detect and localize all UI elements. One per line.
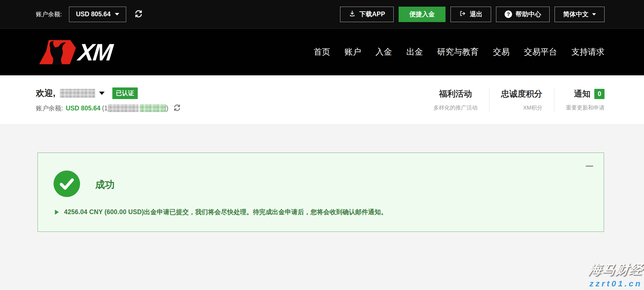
loyalty-title: 忠诚度积分 xyxy=(501,88,542,100)
promotions-title: 福利活动 xyxy=(433,88,478,100)
nav-item-trading[interactable]: 交易 xyxy=(493,46,510,58)
collapse-alert-button[interactable] xyxy=(586,166,593,167)
question-circle-icon: ? xyxy=(505,10,512,18)
nav-item-research-education[interactable]: 研究与教育 xyxy=(437,46,479,58)
welcome-quick-links: 福利活动 多样化的推广活动 忠诚度积分 XM积分 通知 0 重要更新和申请 xyxy=(422,88,605,111)
xm-logo[interactable]: XM xyxy=(36,37,112,68)
promotions-subtitle: 多样化的推广活动 xyxy=(433,104,478,111)
chevron-down-icon xyxy=(115,13,119,15)
paren-open: (1 xyxy=(102,105,108,112)
logout-icon xyxy=(459,10,466,19)
redacted-username xyxy=(60,89,95,98)
nav-item-support[interactable]: 支持请求 xyxy=(571,46,605,58)
quick-deposit-label: 便捷入金 xyxy=(409,10,435,18)
top-utility-bar: 账户余额: USD 805.64 下载APP 便捷入金 xyxy=(0,0,644,29)
balance-value: USD 805.64 xyxy=(66,105,100,112)
help-center-label: 帮助中心 xyxy=(516,10,541,18)
quick-deposit-button[interactable]: 便捷入金 xyxy=(399,7,446,22)
nav-item-home[interactable]: 首页 xyxy=(314,46,330,58)
account-balance-value: USD 805.64 xyxy=(76,10,110,18)
checkmark-circle-icon xyxy=(54,171,80,197)
help-center-button[interactable]: ? 帮助中心 xyxy=(496,7,550,22)
download-icon xyxy=(349,10,356,19)
language-label: 简体中文 xyxy=(563,10,589,18)
xm-logo-text: XM xyxy=(77,40,113,64)
nav-menu: 首页 账户 入金 出金 研究与教育 交易 交易平台 支持请求 xyxy=(314,46,605,58)
notifications-title: 通知 xyxy=(574,88,590,100)
refresh-account-button[interactable] xyxy=(173,104,181,112)
logout-button[interactable]: 退出 xyxy=(450,7,491,22)
welcome-left: 欢迎, 已认证 账户余额: USD 805.64 (1 ) xyxy=(36,87,181,113)
refresh-balance-button[interactable] xyxy=(134,10,143,19)
play-triangle-icon xyxy=(55,210,59,215)
topbar-balance-label: 账户余额: xyxy=(36,10,62,18)
nav-item-withdraw[interactable]: 出金 xyxy=(406,46,423,58)
loyalty-subtitle: XM积分 xyxy=(501,104,542,111)
loyalty-points-link[interactable]: 忠诚度积分 XM积分 xyxy=(489,88,554,111)
paren-close: ) xyxy=(166,105,168,112)
nav-item-deposit[interactable]: 入金 xyxy=(375,46,392,58)
refresh-icon xyxy=(173,104,181,112)
welcome-strip: 欢迎, 已认证 账户余额: USD 805.64 (1 ) xyxy=(0,75,644,125)
notifications-subtitle: 重要更新和申请 xyxy=(566,104,605,111)
topbar-actions: 下载APP 便捷入金 退出 ? 帮助中心 简体中文 xyxy=(340,7,605,22)
success-alert: 成功 4256.04 CNY (600.00 USD)出金申请已提交，我们将会尽… xyxy=(38,153,604,232)
nav-item-account[interactable]: 账户 xyxy=(344,46,361,58)
main-content: 成功 4256.04 CNY (600.00 USD)出金申请已提交，我们将会尽… xyxy=(0,125,644,290)
logout-label: 退出 xyxy=(470,10,483,18)
notifications-count-badge: 0 xyxy=(594,89,605,99)
main-nav-bar: XM 首页 账户 入金 出金 研究与教育 交易 交易平台 支持请求 xyxy=(0,29,644,75)
redacted-account-number xyxy=(108,104,139,112)
download-app-label: 下载APP xyxy=(359,10,385,18)
download-app-button[interactable]: 下载APP xyxy=(340,7,394,22)
alert-title: 成功 xyxy=(95,178,115,191)
nav-item-platforms[interactable]: 交易平台 xyxy=(524,46,557,58)
promotions-link[interactable]: 福利活动 多样化的推广活动 xyxy=(422,88,489,111)
notifications-link[interactable]: 通知 0 重要更新和申请 xyxy=(554,88,605,111)
chevron-down-icon xyxy=(592,13,596,15)
alert-message: 4256.04 CNY (600.00 USD)出金申请已提交，我们将会尽快处理… xyxy=(64,208,387,216)
greeting-text: 欢迎, xyxy=(36,87,55,99)
refresh-icon xyxy=(134,10,143,19)
balance-label: 账户余额: xyxy=(36,104,63,113)
redacted-account-type xyxy=(140,104,166,112)
account-balance-dropdown[interactable]: USD 805.64 xyxy=(69,7,126,22)
language-dropdown[interactable]: 简体中文 xyxy=(555,7,605,22)
xm-bull-logo-icon xyxy=(36,37,80,68)
chevron-down-icon[interactable] xyxy=(99,92,105,95)
verified-badge: 已认证 xyxy=(112,87,138,99)
